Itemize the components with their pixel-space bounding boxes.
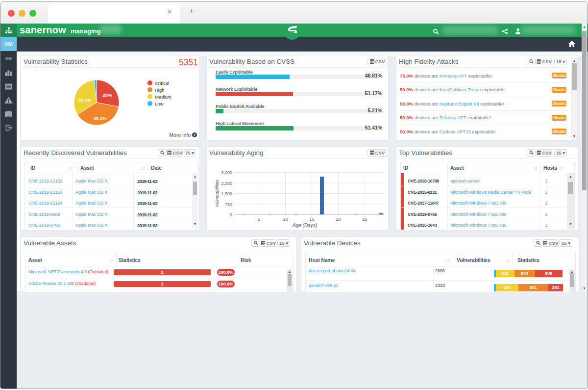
svg-text:20: 20 (336, 217, 341, 222)
svg-text:Critical: Critical (155, 80, 169, 86)
svg-text:3,000: 3,000 (221, 170, 232, 175)
svg-text:Vulnerabilities: Vulnerabilities (215, 180, 220, 207)
svg-text:2,250: 2,250 (221, 181, 232, 186)
svg-text:Medium: Medium (155, 94, 172, 100)
svg-text:1,500: 1,500 (221, 191, 232, 196)
svg-text:10: 10 (283, 217, 288, 222)
svg-text:25: 25 (362, 217, 367, 222)
svg-text:0: 0 (230, 212, 232, 217)
svg-text:32.1%: 32.1% (78, 97, 92, 103)
svg-text:Low: Low (155, 101, 164, 106)
svg-text:38.1%: 38.1% (94, 115, 107, 121)
svg-text:5: 5 (258, 217, 260, 222)
svg-text:Age (Days): Age (Days) (292, 223, 317, 228)
svg-text:High: High (155, 87, 165, 93)
svg-text:15: 15 (309, 217, 314, 222)
svg-text:750: 750 (225, 202, 232, 207)
svg-text:28%: 28% (102, 92, 112, 98)
